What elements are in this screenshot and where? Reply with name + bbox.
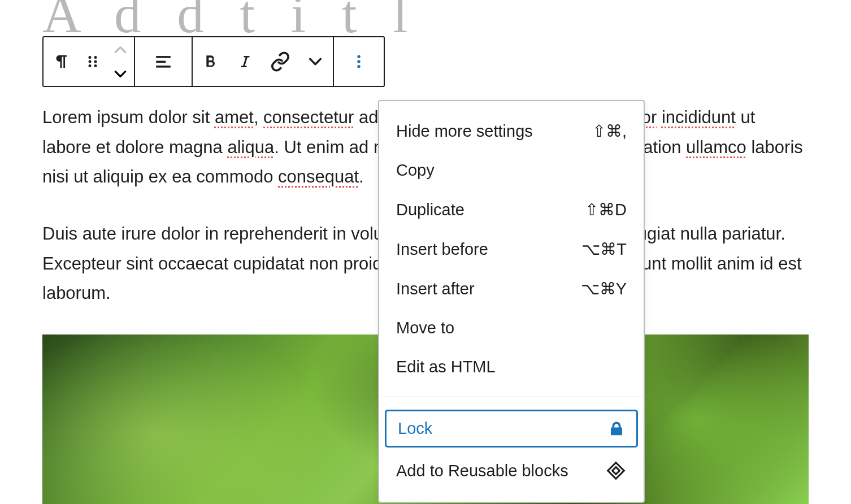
- svg-point-1: [89, 60, 92, 63]
- svg-point-5: [94, 64, 97, 67]
- block-options-menu: Hide more settings ⇧⌘, Copy Duplicate ⇧⌘…: [378, 100, 645, 503]
- menu-hide-more-settings[interactable]: Hide more settings ⇧⌘,: [379, 111, 644, 151]
- toolbar-group-block: [44, 37, 135, 86]
- menu-item-label: Insert before: [396, 240, 488, 259]
- menu-item-shortcut: ⌥⌘T: [581, 240, 627, 259]
- svg-rect-6: [156, 56, 171, 58]
- bold-icon: [201, 53, 219, 71]
- menu-edit-html[interactable]: Edit as HTML: [379, 347, 644, 386]
- lock-icon: [608, 420, 625, 437]
- menu-item-shortcut: ⇧⌘,: [592, 121, 627, 141]
- chevron-down-icon: [113, 69, 128, 79]
- align-button[interactable]: [135, 37, 192, 86]
- svg-rect-7: [156, 61, 166, 63]
- menu-item-label: Copy: [396, 161, 435, 180]
- text-span: .: [359, 167, 364, 186]
- svg-point-0: [89, 56, 92, 59]
- menu-item-label: Insert after: [396, 280, 475, 298]
- text-span: ,: [254, 107, 263, 127]
- menu-item-label: Edit as HTML: [396, 358, 496, 376]
- paragraph-icon: [51, 52, 71, 71]
- chevron-up-icon: [113, 45, 128, 55]
- menu-item-label: Lock: [398, 419, 432, 438]
- align-left-icon: [154, 52, 173, 71]
- svg-point-10: [357, 60, 361, 63]
- move-up-button: [107, 37, 134, 62]
- drag-handle-icon: [84, 53, 101, 70]
- menu-item-shortcut: ⇧⌘D: [585, 200, 627, 219]
- italic-icon: [237, 53, 254, 70]
- text-span: [657, 107, 662, 127]
- spell-marked-word: ullamco: [686, 137, 746, 157]
- chevron-down-icon: [307, 56, 323, 67]
- menu-duplicate[interactable]: Duplicate ⇧⌘D: [379, 190, 644, 229]
- svg-point-4: [94, 60, 97, 63]
- move-buttons: [107, 37, 134, 86]
- block-toolbar: [42, 36, 385, 87]
- menu-add-reusable[interactable]: Add to Reusable blocks: [379, 450, 644, 492]
- move-down-button[interactable]: [107, 62, 134, 86]
- more-format-button[interactable]: [298, 37, 333, 86]
- toolbar-group-options: [334, 37, 384, 86]
- menu-item-label: Duplicate: [396, 201, 464, 219]
- svg-rect-8: [156, 66, 171, 68]
- menu-item-label: Move to: [396, 319, 454, 337]
- menu-section-1: Hide more settings ⇧⌘, Copy Duplicate ⇧⌘…: [379, 101, 644, 397]
- diamond-icon: [605, 460, 627, 481]
- drag-handle-button[interactable]: [79, 37, 107, 86]
- link-button[interactable]: [263, 37, 298, 86]
- spell-marked-word: amet: [215, 107, 254, 127]
- menu-lock[interactable]: Lock: [385, 410, 638, 447]
- link-icon: [270, 51, 290, 72]
- menu-item-label: Hide more settings: [396, 122, 533, 141]
- menu-section-2: Lock Add to Reusable blocks: [379, 397, 644, 502]
- svg-point-9: [357, 55, 361, 59]
- bold-button[interactable]: [193, 37, 228, 86]
- spell-marked-word: consequat: [278, 167, 359, 186]
- spell-marked-word: consectetur: [263, 107, 354, 127]
- svg-point-2: [89, 64, 92, 67]
- toolbar-group-format: [193, 37, 334, 86]
- svg-point-3: [94, 56, 97, 59]
- italic-button[interactable]: [228, 37, 263, 86]
- spell-marked-word: aliqua: [227, 137, 274, 157]
- paragraph-type-button[interactable]: [44, 37, 79, 86]
- menu-insert-after[interactable]: Insert after ⌥⌘Y: [379, 269, 644, 309]
- text-span: Lorem ipsum dolor sit: [42, 107, 215, 127]
- more-vertical-icon: [350, 53, 367, 70]
- menu-item-label: Add to Reusable blocks: [396, 462, 568, 480]
- spell-marked-word: incididunt: [662, 107, 736, 127]
- menu-insert-before[interactable]: Insert before ⌥⌘T: [379, 229, 644, 269]
- menu-item-shortcut: ⌥⌘Y: [581, 279, 627, 298]
- options-button[interactable]: [334, 37, 384, 86]
- menu-move-to[interactable]: Move to: [379, 309, 644, 347]
- svg-point-11: [357, 65, 361, 68]
- toolbar-group-align: [135, 37, 193, 86]
- menu-copy[interactable]: Copy: [379, 151, 644, 190]
